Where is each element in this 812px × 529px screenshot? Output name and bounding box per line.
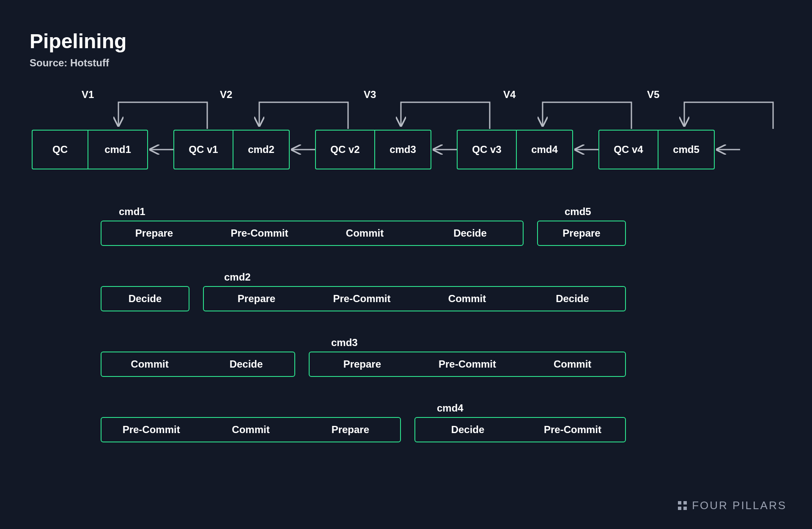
- phase-cell: Pre-Commit: [415, 352, 520, 376]
- cmd-label: cmd4: [437, 402, 464, 414]
- phase-box: Pre-Commit Commit Prepare: [101, 417, 401, 442]
- brand-text: FOUR PILLARS: [692, 499, 787, 512]
- brand-dots-icon: [678, 501, 687, 510]
- cmd-label: cmd3: [331, 337, 358, 349]
- phase-box: Prepare Pre-Commit Commit Decide: [101, 221, 524, 246]
- phase-cell: Decide: [415, 418, 520, 442]
- phase-cell: Commit: [102, 352, 198, 376]
- phase-cell: Pre-Commit: [102, 418, 201, 442]
- phase-cell: Decide: [417, 221, 523, 245]
- phase-cell: Prepare: [538, 221, 625, 245]
- node-qc-cell: QC v1: [174, 131, 233, 169]
- phase-box: Commit Decide: [101, 352, 295, 377]
- phase-cell: Commit: [414, 287, 520, 311]
- phase-cell: Prepare: [204, 287, 309, 311]
- node-qc-cell: QC: [33, 131, 88, 169]
- phase-box: Prepare Pre-Commit Commit: [309, 352, 626, 377]
- brand-logo: FOUR PILLARS: [678, 499, 787, 512]
- phase-cell: Decide: [198, 352, 294, 376]
- phase-box: Decide Pre-Commit: [414, 417, 626, 442]
- phase-cell: Decide: [520, 287, 625, 311]
- cmd-label: cmd1: [119, 206, 145, 218]
- phase-cell: Commit: [201, 418, 300, 442]
- node-cmd-cell: cmd2: [233, 131, 289, 169]
- pipeline-node: QC cmd1: [32, 130, 148, 169]
- node-cmd-cell: cmd1: [88, 131, 147, 169]
- node-qc-cell: QC v4: [599, 131, 658, 169]
- phase-cell: Prepare: [310, 352, 415, 376]
- node-qc-cell: QC v3: [458, 131, 516, 169]
- phase-cell: Pre-Commit: [309, 287, 414, 311]
- node-cmd-cell: cmd3: [375, 131, 431, 169]
- phase-box: Prepare: [537, 221, 626, 246]
- phase-cell: Decide: [102, 287, 189, 311]
- phase-cell: Prepare: [301, 418, 400, 442]
- phase-cell: Commit: [312, 221, 417, 245]
- pipeline-node: QC v1 cmd2: [173, 130, 290, 169]
- pipeline-node: QC v2 cmd3: [315, 130, 431, 169]
- phase-box: Prepare Pre-Commit Commit Decide: [203, 286, 626, 311]
- phase-cell: Commit: [520, 352, 625, 376]
- phase-cell: Prepare: [102, 221, 207, 245]
- cmd-label: cmd2: [224, 271, 251, 283]
- phase-cell: Pre-Commit: [520, 418, 625, 442]
- pipeline-node: QC v4 cmd5: [598, 130, 715, 169]
- cmd-label: cmd5: [565, 206, 591, 218]
- node-cmd-cell: cmd4: [517, 131, 572, 169]
- node-qc-cell: QC v2: [316, 131, 374, 169]
- phase-cell: Pre-Commit: [207, 221, 312, 245]
- phase-box: Decide: [101, 286, 189, 311]
- pipeline-node: QC v3 cmd4: [457, 130, 573, 169]
- node-cmd-cell: cmd5: [658, 131, 714, 169]
